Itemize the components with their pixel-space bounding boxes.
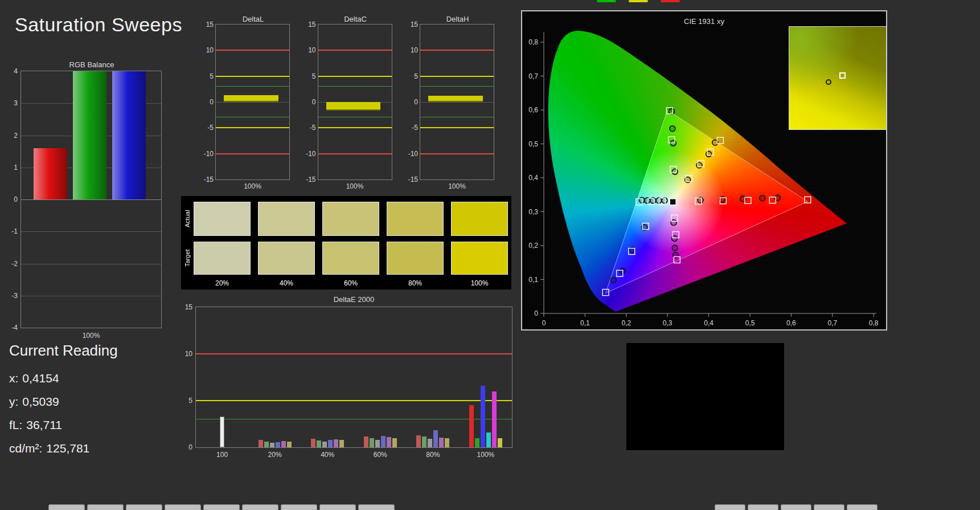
- page-title: Saturation Sweeps: [15, 14, 182, 36]
- cie-measured-point: [670, 126, 675, 132]
- bottom-tab[interactable]: [165, 504, 201, 510]
- delta-ytick: -5: [401, 124, 418, 132]
- swatch-actual-80%: [387, 202, 444, 236]
- deltae-bar: [416, 435, 421, 447]
- deltae-2000-plot: 15105010020%40%60%80%100%: [195, 307, 512, 448]
- delta-ref-line-10: [216, 50, 289, 51]
- bottom-tab[interactable]: [748, 504, 778, 510]
- swatch-target-20%: [194, 242, 251, 275]
- delta-c-title: DeltaC: [318, 15, 393, 23]
- rgb-gridline: [21, 231, 161, 232]
- delta-ytick: 0: [401, 98, 418, 106]
- delta-ref-line--10: [216, 153, 289, 154]
- deltae-ytick: 15: [175, 303, 192, 311]
- delta-measure-bar: [326, 102, 380, 111]
- bottom-tab[interactable]: [48, 504, 85, 510]
- delta-ref-line-5: [216, 76, 289, 77]
- delta-ytick: 10: [401, 46, 418, 54]
- deltae-bar: [392, 438, 397, 447]
- deltae-group-label: 40%: [310, 451, 345, 459]
- deltae-2000-title: DeltaE 2000: [195, 295, 512, 304]
- rgb-gridline: [21, 199, 161, 200]
- cie-measured-point: [672, 169, 678, 174]
- bottom-tab[interactable]: [319, 504, 356, 510]
- deltae-ytick: 0: [175, 443, 192, 451]
- current-reading-x-label: x:: [9, 372, 18, 385]
- deltae-bar: [381, 436, 386, 448]
- bottom-tab-strip-right: [715, 504, 878, 510]
- cie-measured-point: [760, 195, 765, 201]
- rgb-ytick: -1: [1, 227, 18, 235]
- deltae-bar: [311, 439, 315, 447]
- deltae-ytick: 10: [175, 350, 192, 358]
- current-reading-heading: Current Reading: [9, 342, 118, 360]
- delta-gridline: [420, 102, 494, 103]
- bottom-tab[interactable]: [847, 504, 878, 510]
- cie-y-tick-label: 0,4: [528, 174, 538, 182]
- current-reading-cdm2-value: 125,781: [46, 442, 89, 455]
- bottom-tab[interactable]: [814, 504, 844, 510]
- delta-ytick: 0: [196, 98, 214, 106]
- deltae-group-label: 100: [205, 451, 239, 459]
- delta-ref-line-3: [420, 86, 494, 87]
- deltae-bar: [328, 440, 333, 447]
- delta-ref-line--3: [216, 117, 289, 117]
- bottom-tab[interactable]: [87, 504, 124, 510]
- current-reading-cdm2-label: cd/m²:: [9, 442, 42, 455]
- delta-ytick: 0: [299, 98, 316, 106]
- delta-ytick: 15: [299, 21, 316, 28]
- cie-measured-point: [610, 278, 616, 283]
- legend-mark-red: [661, 0, 680, 2]
- current-reading-fl: fL:36,711: [9, 413, 118, 436]
- deltae-bar: [317, 440, 321, 447]
- deltae-bar: [492, 391, 497, 447]
- rgb-ytick: -2: [1, 260, 18, 268]
- delta-ytick: 5: [299, 72, 316, 80]
- delta-ref-line--5: [216, 127, 289, 128]
- bottom-tab[interactable]: [203, 504, 240, 510]
- current-reading-fl-value: 36,711: [26, 418, 62, 431]
- swatch-target-40%: [258, 242, 315, 275]
- cie-zoom-inset: [789, 26, 887, 130]
- rgb-balance-plot: 43210-1-2-3-4: [20, 71, 162, 328]
- delta-h-title: DeltaH: [420, 15, 495, 23]
- deltae-bar: [498, 438, 502, 447]
- rgb-balance-xlabel: 100%: [20, 332, 162, 340]
- swatch-actual-40%: [258, 202, 315, 236]
- delta-ref-line--10: [420, 153, 494, 154]
- deltae-bar: [322, 442, 327, 447]
- bottom-tab[interactable]: [126, 504, 162, 510]
- swatch-row-label-target: Target: [183, 242, 192, 275]
- cie-x-tick-label: 0,2: [621, 319, 631, 327]
- swatch-actual-100%: [451, 202, 508, 236]
- current-reading-section: Current Reading x:0,4154 y:0,5039 fL:36,…: [9, 342, 118, 460]
- delta-ytick: -15: [299, 176, 316, 183]
- deltae-2000-section: DeltaE 2000 15105010020%40%60%80%100%: [185, 295, 512, 463]
- delta-c-plot: 151050-5-10-15: [318, 24, 392, 180]
- bottom-tab[interactable]: [358, 504, 395, 510]
- rgb-bar-green: [73, 71, 106, 199]
- cie-y-tick-label: 0,8: [528, 38, 538, 46]
- delta-ref-line-3: [318, 86, 392, 87]
- delta-ytick: 5: [196, 72, 214, 80]
- bottom-tab[interactable]: [715, 504, 745, 510]
- deltae-ytick: 5: [175, 397, 192, 405]
- cie-x-tick-label: 0,1: [580, 319, 590, 327]
- bottom-tab[interactable]: [281, 504, 317, 510]
- deltae-bar: [422, 436, 427, 447]
- delta-l-chart: DeltaL 151050-5-10-15 100%: [198, 15, 292, 189]
- bottom-tab-strip-left: [48, 504, 395, 510]
- delta-ytick: -10: [196, 150, 214, 158]
- cie-y-tick-label: 0,3: [528, 208, 538, 216]
- delta-measure-bar: [428, 96, 482, 102]
- bottom-tab[interactable]: [242, 504, 278, 510]
- deltae-bar: [364, 436, 368, 447]
- deltae-ref-line-5: [196, 400, 512, 401]
- current-reading-fl-label: fL:: [9, 418, 22, 431]
- cie-y-tick-label: 0,2: [528, 242, 538, 250]
- current-reading-y-value: 0,5039: [22, 395, 59, 408]
- bottom-tab[interactable]: [781, 504, 811, 510]
- deltae-bar: [339, 440, 344, 447]
- delta-ref-line-3: [216, 86, 289, 87]
- current-reading-cdm2: cd/m²:125,781: [9, 436, 118, 460]
